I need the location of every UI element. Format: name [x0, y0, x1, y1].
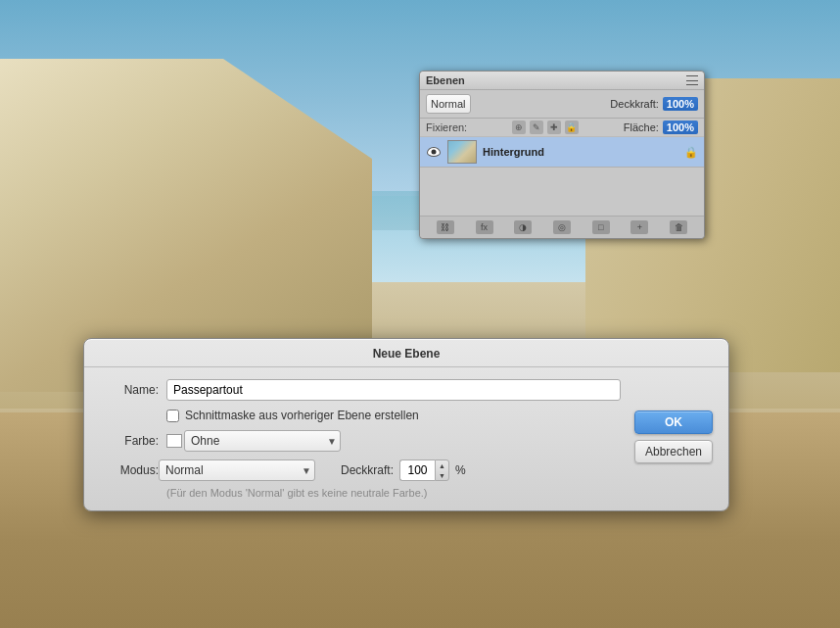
group-icon[interactable]: □	[592, 220, 610, 234]
delete-layer-icon[interactable]: 🗑	[670, 220, 687, 234]
modus-select-container: Normal Auflösen Abdunkeln Multiplizieren…	[159, 459, 315, 481]
opacity-section: Deckkraft: ▲ ▼ %	[335, 459, 466, 481]
opacity-input-group: ▲ ▼	[399, 459, 449, 481]
fx-icon[interactable]: fx	[476, 220, 493, 234]
color-label: Farbe:	[100, 434, 159, 448]
modus-opacity-row: Modus: Normal Auflösen Abdunkeln Multipl…	[100, 459, 621, 481]
name-input[interactable]	[166, 379, 621, 401]
checkbox-row: Schnittmaske aus vorheriger Ebene erstel…	[166, 409, 621, 422]
panel-bottom-bar: ⛓ fx ◑ ◎ □ + 🗑	[420, 216, 704, 238]
neutral-note: (Für den Modus 'Normal' gibt es keine ne…	[166, 487, 621, 499]
cancel-button[interactable]: Abbrechen	[634, 440, 713, 463]
panel-titlebar: Ebenen	[420, 72, 704, 90]
opacity-dialog-label: Deckkraft:	[335, 463, 394, 477]
neue-ebene-dialog: Neue Ebene OK Abbrechen Name: Schnittmas…	[83, 338, 729, 511]
opacity-percent: %	[455, 463, 466, 477]
eye-icon	[427, 147, 441, 157]
name-label: Name:	[100, 383, 159, 397]
color-swatch-inline	[166, 434, 184, 448]
fix-label: Fixieren:	[426, 121, 467, 133]
dialog-buttons: OK Abbrechen	[634, 411, 713, 463]
layer-visibility-toggle[interactable]	[426, 144, 442, 160]
opacity-stepper: ▲ ▼	[435, 459, 449, 481]
ok-button[interactable]: OK	[634, 411, 713, 434]
fix-position-icon[interactable]: ⊕	[512, 121, 526, 134]
panel-title: Ebenen	[426, 74, 465, 86]
layer-name: Hintergrund	[483, 146, 678, 158]
dialog-inner: OK Abbrechen Name: Schnittmaske aus vorh…	[84, 367, 728, 510]
color-row: Farbe: Ohne Rot Orange Gelb Grün Blau ▼	[100, 430, 621, 452]
mask-icon[interactable]: ◑	[514, 220, 532, 234]
opacity-up-button[interactable]: ▲	[436, 460, 448, 470]
layer-list: Hintergrund 🔒	[420, 137, 704, 216]
opacity-value: 100%	[663, 97, 698, 111]
layer-item-hintergrund[interactable]: Hintergrund 🔒	[420, 137, 704, 168]
flaeche-value: 100%	[663, 121, 698, 134]
flaeche-label: Fläche:	[624, 121, 659, 133]
modus-select-wrapper: Normal Auflösen Abdunkeln Multiplizieren…	[159, 459, 315, 481]
color-select[interactable]: Ohne Rot Orange Gelb Grün Blau	[184, 430, 341, 452]
clipping-mask-checkbox[interactable]	[166, 410, 179, 422]
dialog-title: Neue Ebene	[84, 339, 728, 367]
flaeche-row: Fläche: 100%	[624, 121, 698, 134]
checkbox-label: Schnittmaske aus vorheriger Ebene erstel…	[185, 409, 419, 422]
layer-thumbnail	[447, 140, 477, 164]
layers-panel: Ebenen Normal Deckkraft: 100% Fixieren: …	[419, 71, 705, 239]
modus-select[interactable]: Normal Auflösen Abdunkeln Multiplizieren	[159, 459, 315, 481]
fix-paint-icon[interactable]: ✎	[530, 121, 543, 134]
opacity-down-button[interactable]: ▼	[436, 470, 448, 480]
color-swatch	[166, 434, 182, 448]
opacity-label: Deckkraft:	[610, 98, 659, 110]
blend-mode-container: Normal	[426, 94, 606, 114]
panel-menu-icon[interactable]	[686, 75, 698, 85]
fix-lock-icon[interactable]: 🔒	[565, 121, 579, 134]
adjustment-icon[interactable]: ◎	[553, 220, 571, 234]
name-row: Name:	[100, 379, 621, 401]
layer-lock-icon: 🔒	[684, 146, 698, 159]
fix-icons: ⊕ ✎ ✚ 🔒	[512, 121, 579, 134]
panel-blend-row: Normal Deckkraft: 100%	[420, 90, 704, 119]
fix-move-icon[interactable]: ✚	[547, 121, 561, 134]
new-layer-icon[interactable]: +	[630, 220, 648, 234]
modus-label: Modus:	[100, 463, 159, 477]
link-layers-icon[interactable]: ⛓	[437, 220, 454, 234]
color-select-container: Ohne Rot Orange Gelb Grün Blau ▼	[166, 430, 341, 452]
opacity-input[interactable]	[399, 459, 435, 481]
fix-row: Fixieren: ⊕ ✎ ✚ 🔒 Fläche: 100%	[420, 119, 704, 137]
blend-mode-select[interactable]: Normal	[426, 94, 471, 114]
